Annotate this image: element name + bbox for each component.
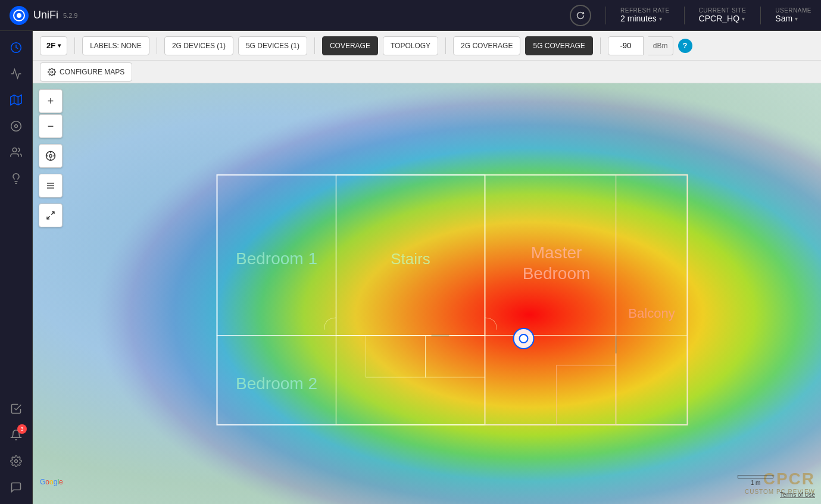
svg-text:Master: Master — [531, 243, 582, 262]
svg-rect-30 — [616, 175, 688, 425]
configure-icon — [48, 68, 56, 76]
site-label: CURRENT SITE — [699, 7, 747, 14]
refresh-rate-group: REFRESH RATE 2 minutes ▾ — [620, 7, 670, 23]
sidebar-item-activity[interactable] — [4, 62, 28, 86]
sidebar: 3 — [0, 31, 33, 504]
nav-divider-2 — [684, 7, 685, 24]
app-version: 5.2.9 — [63, 12, 77, 19]
svg-text:Balcony: Balcony — [628, 306, 675, 321]
help-button[interactable]: ? — [678, 39, 692, 53]
map-area[interactable]: + − — [33, 83, 821, 504]
svg-point-1 — [17, 13, 21, 18]
username-value: Sam — [775, 14, 792, 23]
main-layout: 3 2F ▾ LABELS: NONE 2G DEVICES (1) 5G — [0, 31, 821, 504]
svg-text:Bedroom: Bedroom — [523, 264, 591, 283]
sidebar-item-alerts[interactable]: 3 — [4, 423, 28, 447]
zoom-out-button[interactable]: − — [39, 114, 63, 138]
topology-button[interactable]: TOPOLOGY — [383, 36, 438, 55]
sidebar-item-insights[interactable] — [4, 167, 28, 190]
devices-2g-button[interactable]: 2G DEVICES (1) — [164, 36, 233, 55]
zoom-in-button[interactable]: + — [39, 89, 63, 113]
svg-rect-34 — [426, 336, 485, 377]
devices-5g-button[interactable]: 5G DEVICES (1) — [238, 36, 307, 55]
svg-point-7 — [15, 125, 18, 128]
svg-text:Bedroom 1: Bedroom 1 — [236, 249, 317, 268]
locate-button[interactable] — [39, 144, 63, 168]
ap-device[interactable] — [513, 328, 535, 349]
nav-divider-3 — [760, 7, 761, 24]
site-value: CPCR_HQ — [699, 14, 739, 23]
top-nav: UniFi 5.2.9 REFRESH RATE 2 minutes ▾ CUR… — [0, 0, 821, 31]
svg-text:Bedroom 2: Bedroom 2 — [236, 374, 317, 393]
sidebar-item-settings[interactable] — [4, 449, 28, 473]
configure-maps-button[interactable]: CONFIGURE MAPS — [40, 62, 132, 82]
sidebar-item-clients[interactable] — [4, 140, 28, 164]
content-area: 2F ▾ LABELS: NONE 2G DEVICES (1) 5G DEVI… — [33, 31, 821, 504]
coverage-2g-button[interactable]: 2G COVERAGE — [453, 36, 520, 55]
coverage-button[interactable]: COVERAGE — [322, 36, 378, 55]
expand-button[interactable] — [39, 204, 63, 227]
toolbar-sep-4 — [445, 37, 446, 54]
svg-point-6 — [11, 121, 21, 132]
alerts-badge: 3 — [17, 424, 27, 434]
dbm-unit-label: dBm — [648, 36, 673, 55]
logo-area: UniFi 5.2.9 — [10, 6, 77, 25]
svg-point-11 — [15, 460, 18, 463]
svg-point-12 — [51, 71, 53, 73]
top-nav-controls: REFRESH RATE 2 minutes ▾ CURRENT SITE CP… — [570, 5, 811, 26]
toolbar-sep-3 — [314, 37, 315, 54]
toolbar-sep-1 — [74, 37, 75, 54]
svg-rect-33 — [366, 336, 426, 377]
sidebar-item-tasks[interactable] — [4, 397, 28, 421]
terms-of-use-link[interactable]: Terms of Use — [780, 492, 815, 498]
svg-text:Stairs: Stairs — [391, 250, 430, 268]
refresh-button[interactable] — [570, 5, 591, 26]
coverage-5g-button[interactable]: 5G COVERAGE — [525, 36, 592, 55]
scale-bar: 1 m — [738, 475, 773, 486]
toolbar-sep-2 — [157, 37, 157, 54]
site-dropdown-icon[interactable]: ▾ — [742, 15, 745, 22]
sidebar-item-support[interactable] — [4, 475, 28, 499]
google-logo: Google — [40, 478, 63, 486]
ap-icon — [513, 328, 535, 349]
ap-inner-ring — [519, 334, 529, 343]
svg-rect-36 — [557, 365, 616, 425]
list-view-button[interactable] — [39, 174, 63, 198]
username-dropdown-icon[interactable]: ▾ — [795, 15, 798, 22]
sidebar-item-devices[interactable] — [4, 114, 28, 138]
svg-line-25 — [47, 216, 50, 219]
sidebar-item-map[interactable] — [4, 88, 28, 112]
nav-divider — [605, 7, 606, 24]
svg-line-24 — [51, 212, 54, 215]
scale-line — [738, 475, 773, 478]
username-group: USERNAME Sam ▾ — [775, 7, 811, 23]
refresh-rate-dropdown-icon[interactable]: ▾ — [659, 15, 662, 22]
labels-button[interactable]: LABELS: NONE — [82, 36, 149, 55]
svg-rect-35 — [485, 336, 616, 425]
refresh-rate-label: REFRESH RATE — [620, 7, 670, 14]
app-name: UniFi — [33, 9, 58, 21]
floor-selector[interactable]: 2F ▾ — [40, 36, 67, 55]
toolbar-sep-5 — [600, 37, 601, 54]
toolbar-row1: 2F ▾ LABELS: NONE 2G DEVICES (1) 5G DEVI… — [33, 31, 821, 61]
refresh-rate-value: 2 minutes — [620, 14, 657, 23]
floor-plan-svg: Bedroom 1 Stairs Master Bedroom Balcony … — [199, 139, 706, 449]
floor-plan: Bedroom 1 Stairs Master Bedroom Balcony … — [199, 139, 706, 449]
svg-point-16 — [49, 155, 52, 158]
unifi-logo-icon — [10, 6, 29, 25]
dbm-input[interactable] — [608, 36, 644, 55]
username-label: USERNAME — [775, 7, 811, 14]
sidebar-item-stats[interactable] — [4, 36, 28, 60]
map-controls: + − — [39, 89, 63, 227]
current-site-group: CURRENT SITE CPCR_HQ ▾ — [699, 7, 747, 23]
toolbar-row2: CONFIGURE MAPS — [33, 61, 821, 83]
floor-dropdown-icon: ▾ — [58, 42, 61, 49]
svg-rect-32 — [336, 336, 485, 425]
svg-point-8 — [13, 148, 17, 152]
svg-marker-3 — [11, 95, 21, 105]
